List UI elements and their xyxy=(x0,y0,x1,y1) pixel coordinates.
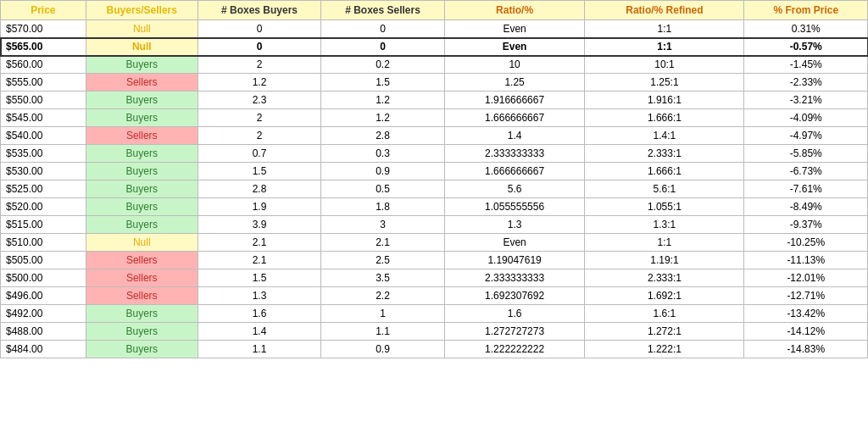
ratio-refined-cell: 1.222:1 xyxy=(585,341,744,358)
boxes-sellers-cell: 1.5 xyxy=(321,74,445,92)
ratio-cell: 10 xyxy=(444,56,585,74)
boxes-buyers-cell: 1.6 xyxy=(198,305,321,323)
from-price-cell: -6.73% xyxy=(744,163,868,180)
ratio-refined-cell: 1.19:1 xyxy=(585,252,744,269)
from-price-cell: -14.83% xyxy=(744,341,868,358)
boxes-buyers-cell: 2 xyxy=(198,127,321,145)
ratio-cell: 2.333333333 xyxy=(444,145,585,163)
price-cell: $545.00 xyxy=(1,109,86,127)
boxes-sellers-cell: 0.2 xyxy=(321,56,445,74)
from-price-cell: -2.33% xyxy=(744,74,868,92)
boxes-sellers-cell: 2.1 xyxy=(321,234,445,252)
buyers-sellers-cell: Buyers xyxy=(86,163,198,180)
price-cell: $496.00 xyxy=(1,287,86,305)
price-cell: $550.00 xyxy=(1,92,86,109)
boxes-sellers-cell: 0.9 xyxy=(321,341,445,358)
ratio-cell: 1.222222222 xyxy=(444,341,585,358)
from-price-cell: -3.21% xyxy=(744,92,868,109)
boxes-buyers-cell: 1.5 xyxy=(198,163,321,180)
boxes-buyers-cell: 2.8 xyxy=(198,180,321,198)
boxes-sellers-cell: 3 xyxy=(321,216,445,234)
ratio-cell: 1.6 xyxy=(444,305,585,323)
ratio-cell: 1.666666667 xyxy=(444,163,585,180)
boxes-sellers-cell: 2.5 xyxy=(321,252,445,269)
col-header-boxes-sellers: # Boxes Sellers xyxy=(321,1,445,20)
ratio-refined-cell: 1.666:1 xyxy=(585,163,744,180)
boxes-buyers-cell: 2.1 xyxy=(198,234,321,252)
boxes-buyers-cell: 0 xyxy=(198,20,321,38)
boxes-sellers-cell: 1.2 xyxy=(321,109,445,127)
boxes-sellers-cell: 2.8 xyxy=(321,127,445,145)
buyers-sellers-cell: Buyers xyxy=(86,341,198,358)
ratio-cell: 1.916666667 xyxy=(444,92,585,109)
ratio-cell: Even xyxy=(444,20,585,38)
ratio-cell: Even xyxy=(444,234,585,252)
ratio-refined-cell: 5.6:1 xyxy=(585,180,744,198)
buyers-sellers-cell: Sellers xyxy=(86,287,198,305)
price-cell: $525.00 xyxy=(1,180,86,198)
from-price-cell: -14.12% xyxy=(744,323,868,341)
boxes-sellers-cell: 1 xyxy=(321,305,445,323)
ratio-cell: 2.333333333 xyxy=(444,269,585,287)
ratio-refined-cell: 1.25:1 xyxy=(585,74,744,92)
from-price-cell: -13.42% xyxy=(744,305,868,323)
ratio-refined-cell: 1.666:1 xyxy=(585,109,744,127)
boxes-sellers-cell: 3.5 xyxy=(321,269,445,287)
boxes-buyers-cell: 1.5 xyxy=(198,269,321,287)
buyers-sellers-cell: Buyers xyxy=(86,145,198,163)
buyers-sellers-cell: Buyers xyxy=(86,180,198,198)
ratio-refined-cell: 1.692:1 xyxy=(585,287,744,305)
from-price-cell: -9.37% xyxy=(744,216,868,234)
boxes-sellers-cell: 1.8 xyxy=(321,198,445,216)
boxes-buyers-cell: 1.9 xyxy=(198,198,321,216)
boxes-buyers-cell: 1.2 xyxy=(198,74,321,92)
buyers-sellers-cell: Null xyxy=(86,20,198,38)
boxes-sellers-cell: 2.2 xyxy=(321,287,445,305)
ratio-cell: 1.3 xyxy=(444,216,585,234)
buyers-sellers-cell: Null xyxy=(86,38,198,56)
ratio-cell: 1.055555556 xyxy=(444,198,585,216)
buyers-sellers-cell: Sellers xyxy=(86,74,198,92)
boxes-buyers-cell: 0 xyxy=(198,38,321,56)
from-price-cell: -5.85% xyxy=(744,145,868,163)
price-cell: $488.00 xyxy=(1,323,86,341)
boxes-sellers-cell: 1.1 xyxy=(321,323,445,341)
ratio-refined-cell: 1.055:1 xyxy=(585,198,744,216)
from-price-cell: 0.31% xyxy=(744,20,868,38)
ratio-refined-cell: 1:1 xyxy=(585,38,744,56)
col-header-from-price: % From Price xyxy=(744,1,868,20)
buyers-sellers-cell: Buyers xyxy=(86,56,198,74)
ratio-refined-cell: 1.916:1 xyxy=(585,92,744,109)
boxes-sellers-cell: 1.2 xyxy=(321,92,445,109)
from-price-cell: -4.97% xyxy=(744,127,868,145)
price-cell: $555.00 xyxy=(1,74,86,92)
ratio-refined-cell: 1:1 xyxy=(585,234,744,252)
boxes-buyers-cell: 3.9 xyxy=(198,216,321,234)
ratio-refined-cell: 1:1 xyxy=(585,20,744,38)
price-cell: $515.00 xyxy=(1,216,86,234)
buyers-sellers-cell: Sellers xyxy=(86,127,198,145)
buyers-sellers-cell: Buyers xyxy=(86,216,198,234)
boxes-buyers-cell: 2.3 xyxy=(198,92,321,109)
col-header-price: Price xyxy=(1,1,86,20)
boxes-sellers-cell: 0 xyxy=(321,38,445,56)
buyers-sellers-cell: Buyers xyxy=(86,92,198,109)
price-cell: $500.00 xyxy=(1,269,86,287)
ratio-refined-cell: 1.4:1 xyxy=(585,127,744,145)
col-header-boxes-buyers: # Boxes Buyers xyxy=(198,1,321,20)
buyers-sellers-cell: Buyers xyxy=(86,109,198,127)
ratio-cell: 1.272727273 xyxy=(444,323,585,341)
price-cell: $484.00 xyxy=(1,341,86,358)
ratio-refined-cell: 1.272:1 xyxy=(585,323,744,341)
buyers-sellers-cell: Buyers xyxy=(86,305,198,323)
ratio-refined-cell: 10:1 xyxy=(585,56,744,74)
boxes-buyers-cell: 2 xyxy=(198,109,321,127)
from-price-cell: -10.25% xyxy=(744,234,868,252)
ratio-cell: 5.6 xyxy=(444,180,585,198)
ratio-refined-cell: 1.3:1 xyxy=(585,216,744,234)
ratio-cell: 1.692307692 xyxy=(444,287,585,305)
price-cell: $560.00 xyxy=(1,56,86,74)
ratio-refined-cell: 1.6:1 xyxy=(585,305,744,323)
buyers-sellers-cell: Buyers xyxy=(86,323,198,341)
price-cell: $570.00 xyxy=(1,20,86,38)
